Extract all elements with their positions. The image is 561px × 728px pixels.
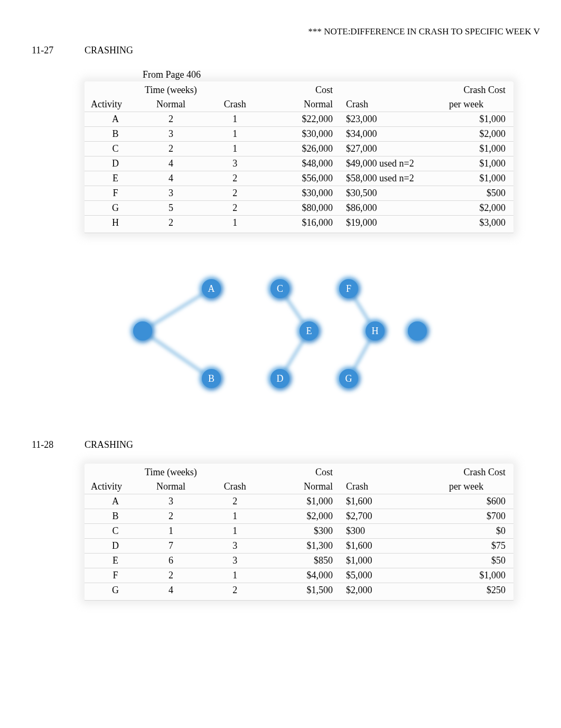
cell-activity: A — [85, 112, 135, 127]
group-header-cost: Cost — [263, 464, 341, 480]
cell-per-week: $1,000 — [441, 112, 513, 127]
table-row: C21$26,000$27,000$1,000 — [85, 142, 513, 156]
cell-normal-time: 2 — [135, 216, 207, 233]
cell-crash-cost: $2,000 — [341, 583, 441, 601]
cell-crash-cost: $1,600 — [341, 539, 441, 554]
table-row: D43$48,000$49,000 used n=2$1,000 — [85, 156, 513, 171]
cell-crash-time: 3 — [207, 554, 263, 568]
top-note: *** NOTE:DIFFERENCE IN CRASH TO SPECIFIC… — [16, 26, 545, 37]
cell-per-week: $500 — [441, 186, 513, 201]
col-crash-time: Crash — [207, 480, 263, 494]
diagram-node-label: D — [277, 373, 284, 384]
cell-normal-time: 4 — [135, 156, 207, 171]
cell-crash-cost: $1,600 — [341, 494, 441, 509]
cell-activity: D — [85, 156, 135, 171]
table-row: E63$850$1,000$50 — [85, 554, 513, 568]
cell-normal-time: 6 — [135, 554, 207, 568]
table-row: G52$80,000$86,000$2,000 — [85, 201, 513, 216]
cell-normal-cost: $16,000 — [263, 216, 341, 233]
cell-crash-time: 2 — [207, 186, 263, 201]
cell-per-week: $2,000 — [441, 127, 513, 142]
cell-crash-cost: $30,500 — [341, 186, 441, 201]
col-crash-cost: Crash — [341, 97, 441, 112]
section-title: CRASHING — [85, 439, 133, 450]
cell-crash-time: 1 — [207, 142, 263, 156]
cell-per-week: $700 — [441, 509, 513, 524]
cell-normal-cost: $1,000 — [263, 494, 341, 509]
cell-per-week: $1,000 — [441, 156, 513, 171]
cell-normal-time: 4 — [135, 583, 207, 601]
table2-container: Time (weeks) Cost Crash Cost Activity No… — [85, 464, 513, 601]
cell-crash-cost: $86,000 — [341, 201, 441, 216]
group-header-crash-cost: Crash Cost — [441, 464, 513, 480]
crashing-table-1: Time (weeks) Cost Crash Cost Activity No… — [85, 81, 513, 233]
crashing-table-2: Time (weeks) Cost Crash Cost Activity No… — [85, 464, 513, 601]
table1-container: From Page 406 Time (weeks) Cost Crash Co… — [85, 69, 513, 233]
cell-normal-time: 4 — [135, 171, 207, 186]
cell-activity: G — [85, 583, 135, 601]
diagram-node-label: A — [208, 283, 215, 294]
col-per-week: per week — [441, 480, 513, 494]
cell-activity: E — [85, 554, 135, 568]
cell-per-week: $75 — [441, 539, 513, 554]
cell-per-week: $0 — [441, 524, 513, 539]
diagram-node-label: G — [345, 373, 352, 384]
cell-crash-time: 2 — [207, 494, 263, 509]
cell-normal-cost: $30,000 — [263, 186, 341, 201]
cell-normal-time: 1 — [135, 524, 207, 539]
from-page-label: From Page 406 — [85, 69, 513, 80]
cell-per-week: $50 — [441, 554, 513, 568]
diagram-edge — [143, 331, 211, 379]
cell-normal-cost: $56,000 — [263, 171, 341, 186]
col-activity: Activity — [85, 97, 135, 112]
cell-normal-time: 2 — [135, 142, 207, 156]
cell-normal-cost: $300 — [263, 524, 341, 539]
table-row: A21$22,000$23,000$1,000 — [85, 112, 513, 127]
cell-crash-time: 3 — [207, 539, 263, 554]
group-header-crash-cost: Crash Cost — [441, 81, 513, 97]
col-per-week: per week — [441, 97, 513, 112]
section-number: 11-27 — [32, 45, 63, 56]
group-header-cost: Cost — [263, 81, 341, 97]
cell-activity: B — [85, 509, 135, 524]
cell-crash-cost: $23,000 — [341, 112, 441, 127]
cell-normal-cost: $850 — [263, 554, 341, 568]
cell-per-week: $2,000 — [441, 201, 513, 216]
cell-crash-time: 1 — [207, 216, 263, 233]
cell-normal-time: 7 — [135, 539, 207, 554]
table-row: B31$30,000$34,000$2,000 — [85, 127, 513, 142]
cell-normal-cost: $22,000 — [263, 112, 341, 127]
diagram-node-label: C — [277, 283, 283, 294]
network-diagram: ABCDEFGH — [111, 260, 438, 402]
table-row: C11$300$300$0 — [85, 524, 513, 539]
col-activity: Activity — [85, 480, 135, 494]
diagram-edge — [143, 289, 211, 331]
table-row: B21$2,000$2,700$700 — [85, 509, 513, 524]
diagram-node-label: H — [372, 326, 379, 336]
cell-per-week: $3,000 — [441, 216, 513, 233]
section-header-2: 11-28 CRASHING — [16, 439, 545, 450]
col-normal-time: Normal — [135, 97, 207, 112]
cell-activity: D — [85, 539, 135, 554]
col-crash-time: Crash — [207, 97, 263, 112]
cell-per-week: $1,000 — [441, 171, 513, 186]
cell-activity: B — [85, 127, 135, 142]
cell-normal-cost: $80,000 — [263, 201, 341, 216]
table-row: G42$1,500$2,000$250 — [85, 583, 513, 601]
cell-normal-cost: $1,500 — [263, 583, 341, 601]
col-normal-cost: Normal — [263, 97, 341, 112]
cell-crash-time: 3 — [207, 156, 263, 171]
cell-crash-cost: $19,000 — [341, 216, 441, 233]
cell-normal-time: 2 — [135, 568, 207, 583]
diagram-node-core — [408, 321, 427, 340]
cell-normal-time: 5 — [135, 201, 207, 216]
cell-normal-time: 3 — [135, 127, 207, 142]
cell-crash-cost: $34,000 — [341, 127, 441, 142]
cell-crash-cost: $49,000 used n=2 — [341, 156, 441, 171]
cell-crash-cost: $2,700 — [341, 509, 441, 524]
cell-crash-time: 1 — [207, 127, 263, 142]
cell-crash-time: 2 — [207, 583, 263, 601]
cell-normal-cost: $30,000 — [263, 127, 341, 142]
cell-normal-time: 2 — [135, 112, 207, 127]
cell-crash-cost: $5,000 — [341, 568, 441, 583]
